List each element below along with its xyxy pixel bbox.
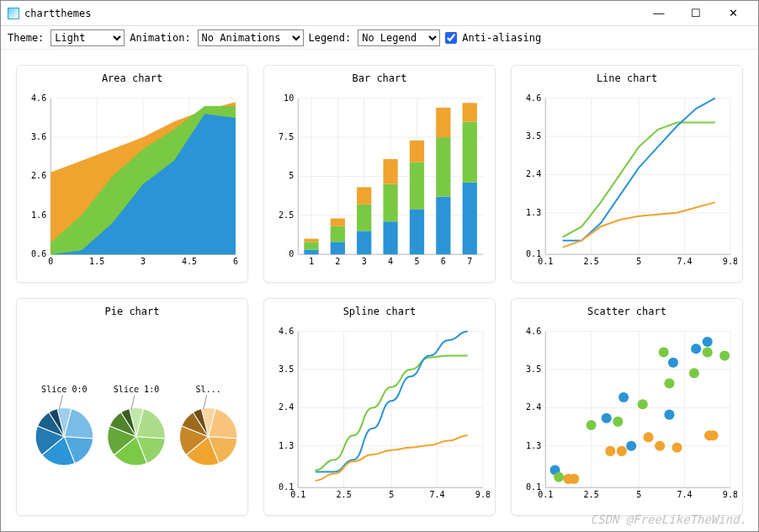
svg-point-153 bbox=[659, 347, 669, 357]
svg-line-92 bbox=[59, 395, 62, 409]
svg-text:4.6: 4.6 bbox=[31, 93, 46, 103]
svg-line-94 bbox=[131, 395, 135, 409]
svg-rect-49 bbox=[304, 242, 318, 249]
svg-rect-67 bbox=[463, 122, 477, 183]
svg-rect-65 bbox=[436, 108, 450, 137]
svg-point-163 bbox=[655, 441, 665, 451]
svg-text:0.6: 0.6 bbox=[31, 249, 46, 258]
svg-text:0: 0 bbox=[48, 257, 53, 266]
svg-text:1: 1 bbox=[309, 257, 314, 266]
svg-point-145 bbox=[664, 410, 674, 420]
svg-point-156 bbox=[703, 347, 713, 357]
svg-text:1.5: 1.5 bbox=[89, 257, 104, 266]
svg-rect-54 bbox=[357, 231, 371, 254]
svg-point-144 bbox=[626, 441, 636, 451]
svg-point-146 bbox=[668, 358, 678, 368]
svg-text:2.4: 2.4 bbox=[279, 402, 294, 412]
scatter-chart-card: Scatter chart 0.12.557.49.80.11.32.43.54… bbox=[511, 298, 743, 516]
svg-rect-50 bbox=[304, 239, 318, 242]
svg-rect-58 bbox=[383, 184, 397, 221]
svg-point-142 bbox=[602, 413, 612, 423]
svg-text:0.1: 0.1 bbox=[526, 482, 541, 492]
svg-point-148 bbox=[703, 337, 713, 347]
svg-text:7.4: 7.4 bbox=[677, 257, 692, 266]
area-chart-card: Area chart 01.534.560.61.62.63.64.6 bbox=[16, 65, 248, 283]
svg-point-152 bbox=[638, 399, 648, 409]
svg-point-166 bbox=[709, 430, 719, 440]
theme-label: Theme: bbox=[8, 32, 44, 44]
svg-text:3.5: 3.5 bbox=[279, 364, 294, 374]
close-button[interactable]: ✕ bbox=[714, 2, 751, 25]
line-chart-plot: 0.12.557.49.80.11.32.43.54.6 bbox=[517, 88, 737, 277]
animation-select[interactable]: No Animations bbox=[198, 29, 304, 46]
svg-rect-68 bbox=[463, 103, 477, 121]
svg-text:3.6: 3.6 bbox=[31, 132, 46, 141]
svg-text:4.6: 4.6 bbox=[526, 93, 541, 103]
svg-text:5: 5 bbox=[636, 490, 641, 499]
svg-rect-52 bbox=[331, 226, 345, 242]
svg-text:0: 0 bbox=[289, 249, 294, 258]
maximize-button[interactable]: ☐ bbox=[677, 2, 714, 25]
svg-text:3.5: 3.5 bbox=[526, 131, 541, 141]
svg-text:2.4: 2.4 bbox=[526, 402, 541, 412]
titlebar: chartthemes — ☐ ✕ bbox=[1, 1, 758, 26]
legend-select[interactable]: No Legend bbox=[358, 29, 440, 46]
svg-text:2.5: 2.5 bbox=[584, 257, 599, 266]
bar-chart-title: Bar chart bbox=[269, 72, 490, 84]
svg-text:4: 4 bbox=[388, 257, 393, 266]
svg-text:5: 5 bbox=[289, 171, 294, 180]
svg-text:2.4: 2.4 bbox=[526, 169, 541, 178]
svg-point-147 bbox=[691, 343, 701, 354]
svg-text:2.5: 2.5 bbox=[337, 490, 352, 499]
svg-text:9.8: 9.8 bbox=[723, 490, 737, 499]
svg-text:Slice 1:0: Slice 1:0 bbox=[114, 385, 160, 394]
area-chart-plot: 01.534.560.61.62.63.64.6 bbox=[22, 88, 242, 277]
spline-chart-card: Spline chart 0.12.557.49.80.11.32.43.54.… bbox=[263, 298, 496, 516]
svg-rect-55 bbox=[357, 205, 371, 231]
svg-point-149 bbox=[554, 472, 564, 482]
pie-chart-card: Pie chart Slice 0:0Slice 1:0Sl... bbox=[16, 298, 248, 516]
antialias-checkbox[interactable] bbox=[445, 32, 457, 44]
svg-text:5: 5 bbox=[414, 257, 419, 266]
scatter-chart-title: Scatter chart bbox=[517, 306, 737, 317]
theme-select[interactable]: Light bbox=[50, 29, 125, 46]
svg-text:2.6: 2.6 bbox=[31, 171, 46, 180]
svg-rect-62 bbox=[410, 141, 424, 162]
spline-chart-title: Spline chart bbox=[269, 306, 490, 317]
svg-text:6: 6 bbox=[233, 257, 238, 266]
svg-rect-66 bbox=[463, 183, 477, 254]
antialias-label: Anti-aliasing bbox=[462, 32, 541, 44]
svg-text:2.5: 2.5 bbox=[279, 210, 294, 220]
svg-text:1.3: 1.3 bbox=[526, 208, 541, 217]
svg-text:4.6: 4.6 bbox=[279, 327, 294, 336]
line-chart-title: Line chart bbox=[517, 72, 737, 84]
svg-point-159 bbox=[569, 474, 579, 484]
svg-point-155 bbox=[689, 368, 699, 378]
svg-point-154 bbox=[664, 378, 674, 388]
window-title: chartthemes bbox=[24, 8, 640, 19]
chart-grid: Area chart 01.534.560.61.62.63.64.6 Bar … bbox=[1, 50, 758, 531]
svg-text:1.6: 1.6 bbox=[31, 210, 46, 220]
svg-text:5: 5 bbox=[636, 257, 641, 266]
scatter-chart-plot: 0.12.557.49.80.11.32.43.54.6 bbox=[517, 321, 737, 510]
app-icon bbox=[8, 8, 19, 19]
svg-rect-48 bbox=[304, 250, 318, 255]
svg-rect-63 bbox=[436, 197, 450, 255]
svg-point-143 bbox=[618, 392, 629, 402]
svg-text:Slice 0:0: Slice 0:0 bbox=[41, 385, 88, 394]
minimize-button[interactable]: — bbox=[640, 2, 677, 25]
svg-text:7.4: 7.4 bbox=[677, 490, 692, 499]
svg-text:6: 6 bbox=[441, 257, 446, 266]
animation-label: Animation: bbox=[130, 32, 190, 44]
svg-point-160 bbox=[605, 446, 615, 456]
svg-rect-59 bbox=[383, 159, 397, 184]
svg-rect-51 bbox=[331, 242, 345, 254]
svg-text:7.4: 7.4 bbox=[429, 490, 444, 499]
svg-point-164 bbox=[671, 443, 682, 453]
svg-text:9.8: 9.8 bbox=[475, 490, 490, 499]
svg-rect-64 bbox=[436, 137, 450, 196]
svg-text:3: 3 bbox=[141, 257, 146, 266]
svg-text:7.5: 7.5 bbox=[279, 132, 294, 141]
svg-text:4.6: 4.6 bbox=[526, 327, 541, 336]
svg-text:4.5: 4.5 bbox=[182, 257, 197, 266]
